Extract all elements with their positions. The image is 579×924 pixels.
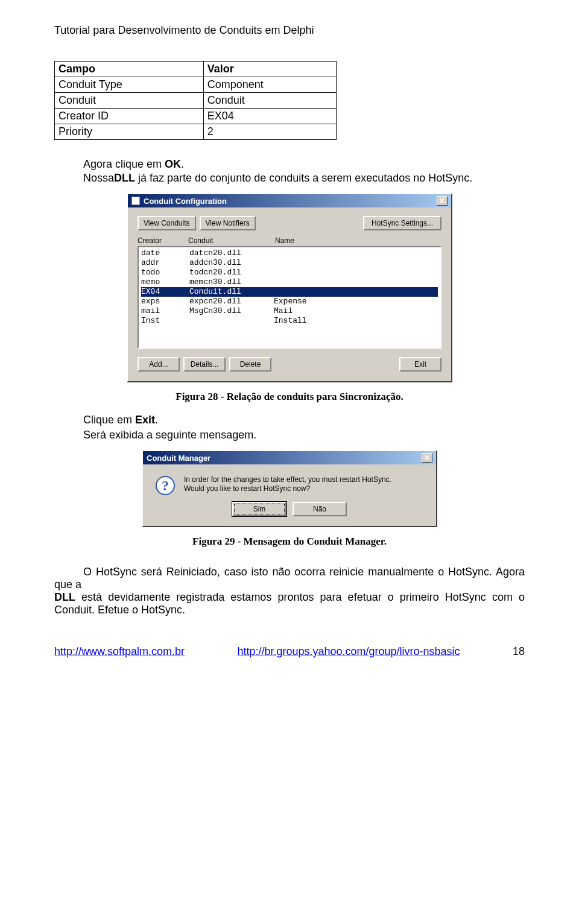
list-item: InstInstall — [141, 316, 438, 326]
bold-ok: OK — [165, 158, 181, 170]
delete-button[interactable]: Delete — [229, 357, 271, 372]
paragraph-mensagem: Será exibida a seguinte mensagem. — [54, 429, 525, 441]
list-item: memomemcn30.dll — [141, 277, 438, 287]
cell-value: 2 — [203, 124, 336, 140]
add-button[interactable]: Add... — [138, 357, 180, 372]
close-icon[interactable]: ✕ — [422, 453, 432, 463]
table-row: Creator ID EX04 — [55, 109, 337, 124]
bold-dll-2: DLL — [54, 591, 75, 603]
col-creator: Creator — [138, 236, 188, 245]
no-button[interactable]: Não — [293, 502, 347, 516]
list-item-selected: EX04Conduit.dll — [141, 287, 438, 297]
close-icon[interactable]: ✕ — [437, 196, 448, 206]
cell-value: Component — [203, 77, 336, 93]
details-button[interactable]: Details... — [183, 357, 226, 372]
doc-header: Tutorial para Desenvolvimento de Conduit… — [54, 24, 525, 37]
paragraph-dll-hotsync: Nossa DLL já faz parte do conjunto de co… — [54, 172, 525, 185]
text: Clique em — [83, 414, 135, 426]
app-icon — [131, 197, 140, 205]
table-head-field: Campo — [55, 62, 204, 77]
conduits-listbox[interactable]: datedatcn20.dll addraddcn30.dll todotodc… — [138, 246, 441, 349]
view-conduits-button[interactable]: View Conduits — [138, 216, 196, 230]
dialog-titlebar: Conduit Manager ✕ — [143, 451, 436, 464]
text: está devidamente registrada estamos pron… — [54, 591, 525, 616]
field-value-table: Campo Valor Conduit Type Component Condu… — [54, 61, 337, 140]
msgbox-line2: Would you like to restart HotSync now? — [184, 484, 391, 493]
list-item: datedatcn20.dll — [141, 248, 438, 258]
page-number: 18 — [513, 645, 525, 658]
svg-text:?: ? — [162, 478, 169, 493]
paragraph-final: O HotSync será Reiniciado, caso isto não… — [54, 566, 525, 616]
yes-button[interactable]: Sim — [232, 502, 286, 516]
exit-button[interactable]: Exit — [399, 357, 441, 372]
text: . — [181, 158, 184, 170]
footer-link-softpalm[interactable]: http://www.softpalm.com.br — [54, 645, 185, 658]
hotsync-settings-button[interactable]: HotSync Settings... — [363, 216, 441, 230]
text: Agora clique em — [83, 158, 165, 170]
cell-field: Conduit Type — [55, 77, 204, 93]
col-conduit: Conduit — [188, 236, 275, 245]
cell-value: EX04 — [203, 109, 336, 124]
text: Nossa — [54, 172, 114, 185]
msgbox-line1: In order for the changes to take effect,… — [184, 475, 391, 484]
cell-field: Priority — [55, 124, 204, 140]
paragraph-click-exit: Clique em Exit. — [54, 414, 525, 426]
cell-value: Conduit — [203, 93, 336, 109]
page-footer: http://www.softpalm.com.br http://br.gro… — [54, 645, 525, 658]
table-row: Priority 2 — [55, 124, 337, 140]
table-row: Conduit Type Component — [55, 77, 337, 93]
paragraph-click-ok: Agora clique em OK. — [54, 158, 525, 171]
figure-28-caption: Figura 28 - Relação de conduits para Sin… — [54, 391, 525, 403]
list-item: mailMsgCn30.dllMail — [141, 306, 438, 316]
conduit-manager-dialog: Conduit Manager ✕ ? In order for the cha… — [142, 450, 437, 527]
bold-exit: Exit — [135, 414, 155, 426]
list-item: addraddcn30.dll — [141, 258, 438, 268]
dialog-titlebar: Conduit Configuration ✕ — [128, 194, 451, 207]
text: . — [155, 414, 158, 426]
dialog-title: Conduit Manager — [147, 454, 210, 463]
conduit-configuration-dialog: Conduit Configuration ✕ View Conduits Vi… — [127, 193, 452, 382]
dialog-title: Conduit Configuration — [144, 197, 227, 206]
footer-link-yahoo[interactable]: http://br.groups.yahoo.com/group/livro-n… — [237, 645, 460, 658]
figure-29-caption: Figura 29 - Mensagem do Conduit Manager. — [54, 536, 525, 548]
table-head-value: Valor — [203, 62, 336, 77]
text: já faz parte do conjunto de conduits a s… — [135, 172, 472, 184]
bold-dll: DLL — [114, 172, 135, 184]
list-item: expsexpcn20.dllExpense — [141, 297, 438, 306]
cell-field: Conduit — [55, 93, 204, 109]
text: O HotSync será Reiniciado, caso isto não… — [54, 566, 525, 591]
list-item: todotodcn20.dll — [141, 268, 438, 277]
cell-field: Creator ID — [55, 109, 204, 124]
view-notifiers-button[interactable]: View Notifiers — [200, 216, 256, 230]
question-icon: ? — [155, 475, 176, 496]
msgbox-text: In order for the changes to take effect,… — [184, 475, 391, 496]
table-row: Conduit Conduit — [55, 93, 337, 109]
col-name: Name — [275, 236, 294, 245]
